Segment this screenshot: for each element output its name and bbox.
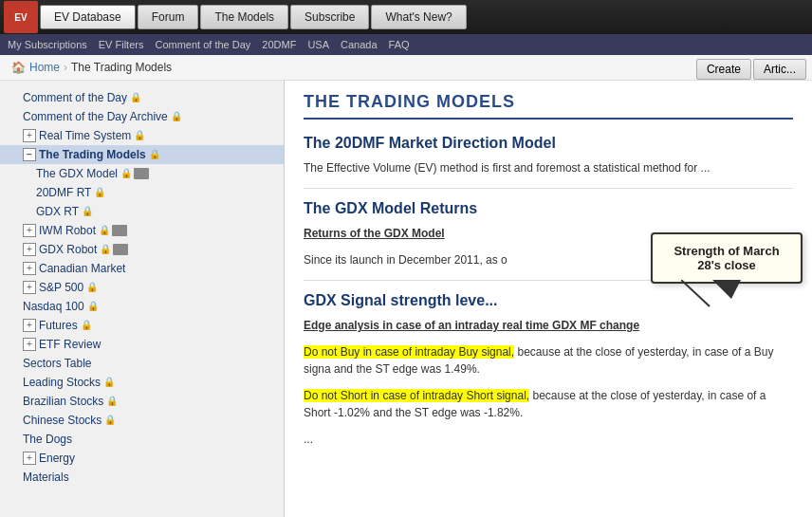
expand-icon[interactable]: + <box>23 129 36 142</box>
lock-icon: 🔒 <box>99 225 110 236</box>
section3-line1: Do not Buy in case of intraday Buy signa… <box>304 343 793 378</box>
expand-icon[interactable]: + <box>23 452 36 465</box>
nav-20dmf[interactable]: 20DMF <box>262 39 296 50</box>
sidebar-item-comment-of-day-archive[interactable]: Comment of the Day Archive 🔒 <box>0 107 284 126</box>
expand-icon[interactable]: + <box>23 319 36 332</box>
nav-canada[interactable]: Canada <box>341 39 378 50</box>
nav-my-subscriptions[interactable]: My Subscriptions <box>8 39 87 50</box>
iwm-icon <box>112 225 127 236</box>
sidebar-label: Futures <box>39 319 78 332</box>
sidebar-label: Materials <box>23 471 69 484</box>
sidebar-item-sp500[interactable]: + S&P 500 🔒 <box>0 278 284 297</box>
expand-icon[interactable]: + <box>23 262 36 275</box>
sidebar-item-chinese-stocks[interactable]: Chinese Stocks 🔒 <box>0 411 284 430</box>
create-button[interactable]: Create <box>696 59 751 80</box>
lock-icon: 🔒 <box>149 149 160 160</box>
breadcrumb: 🏠 Home › The Trading Models Create Artic… <box>0 55 812 81</box>
sidebar-item-canadian-market[interactable]: + Canadian Market <box>0 259 284 278</box>
lock-icon: 🔒 <box>103 377 115 388</box>
sidebar-item-nasdaq100[interactable]: Nasdaq 100 🔒 <box>0 297 284 316</box>
sidebar-label: The GDX Model <box>36 167 118 180</box>
sidebar-item-futures[interactable]: + Futures 🔒 <box>0 316 284 335</box>
breadcrumb-current: The Trading Models <box>71 61 172 74</box>
section3-line2: Do not Short in case of intraday Short s… <box>304 387 793 421</box>
lock-icon: 🔒 <box>130 92 141 103</box>
section3-line2-highlight: Do not Short in case of intraday Short s… <box>304 389 529 402</box>
sidebar-item-energy[interactable]: + Energy <box>0 449 284 468</box>
sidebar: Comment of the Day 🔒 Comment of the Day … <box>0 81 285 517</box>
nav-the-models[interactable]: The Models <box>200 5 288 29</box>
sidebar-label: Energy <box>39 452 75 465</box>
sidebar-label: ETF Review <box>39 338 101 351</box>
page-title: THE TRADING MODELS <box>304 92 793 120</box>
expand-icon[interactable]: + <box>23 281 36 294</box>
sidebar-label: Canadian Market <box>39 262 125 275</box>
expand-icon[interactable]: + <box>23 338 36 351</box>
sidebar-label: Nasdaq 100 <box>23 300 84 313</box>
lock-icon: 🔒 <box>104 415 116 426</box>
section2-title: The GDX Model Returns <box>304 200 793 217</box>
section3-subtitle: Edge analysis in case of an intraday rea… <box>304 317 793 334</box>
main-content: THE TRADING MODELS The 20DMF Market Dire… <box>285 81 812 517</box>
expand-icon[interactable]: + <box>23 243 36 256</box>
sidebar-label: Brazilian Stocks <box>23 395 103 408</box>
callout-text: Strength of March 28's close <box>674 244 779 272</box>
sidebar-label: GDX RT <box>36 205 79 218</box>
collapse-icon[interactable]: − <box>23 148 36 161</box>
breadcrumb-home-link[interactable]: Home <box>29 61 60 74</box>
lock-icon: 🔒 <box>134 130 145 141</box>
section1-title: The 20DMF Market Direction Model <box>304 135 793 152</box>
sidebar-label: Leading Stocks <box>23 376 101 389</box>
top-navigation: EV EV Database Forum The Models Subscrib… <box>0 0 812 34</box>
section1-description: The Effective Volume (EV) method is firs… <box>304 159 793 176</box>
lock-icon: 🔒 <box>94 187 105 198</box>
sidebar-label: 20DMF RT <box>36 186 91 199</box>
sidebar-item-comment-of-day[interactable]: Comment of the Day 🔒 <box>0 88 284 107</box>
sidebar-label: The Dogs <box>23 433 72 446</box>
sidebar-label: S&P 500 <box>39 281 83 294</box>
sidebar-item-sectors-table[interactable]: Sectors Table <box>0 354 284 373</box>
sidebar-item-real-time-system[interactable]: + Real Time System 🔒 <box>0 126 284 145</box>
sidebar-item-gdx-model[interactable]: The GDX Model 🔒 <box>0 164 284 183</box>
sidebar-item-gdx-robot[interactable]: + GDX Robot 🔒 <box>0 240 284 259</box>
callout-arrow <box>681 280 719 308</box>
nav-ev-filters[interactable]: EV Filters <box>99 39 144 50</box>
nav-comment-of-day[interactable]: Comment of the Day <box>155 39 250 50</box>
sidebar-label: Comment of the Day <box>23 91 127 104</box>
expand-icon[interactable]: + <box>23 224 36 237</box>
gdx-robot-icon <box>113 244 128 255</box>
sidebar-item-materials[interactable]: Materials <box>0 468 284 487</box>
sidebar-label: The Trading Models <box>39 148 146 161</box>
svg-line-0 <box>681 280 710 306</box>
second-navigation: My Subscriptions EV Filters Comment of t… <box>0 34 812 55</box>
sidebar-item-the-dogs[interactable]: The Dogs <box>0 430 284 449</box>
nav-faq[interactable]: FAQ <box>389 39 410 50</box>
section3-line1-highlight: Do not Buy in case of intraday Buy signa… <box>304 345 514 359</box>
sidebar-item-etf-review[interactable]: + ETF Review <box>0 335 284 354</box>
sidebar-item-leading-stocks[interactable]: Leading Stocks 🔒 <box>0 373 284 392</box>
gdx-icon <box>134 168 149 179</box>
sidebar-label: GDX Robot <box>39 243 97 256</box>
lock-icon: 🔒 <box>100 244 111 255</box>
section-divider <box>304 188 793 189</box>
nav-subscribe[interactable]: Subscribe <box>290 5 369 29</box>
lock-icon: 🔒 <box>81 320 92 331</box>
nav-whats-new[interactable]: What's New? <box>371 5 466 29</box>
sidebar-item-20dmf-rt[interactable]: 20DMF RT 🔒 <box>0 183 284 202</box>
sidebar-label: Comment of the Day Archive <box>23 110 168 123</box>
sidebar-item-iwm-robot[interactable]: + IWM Robot 🔒 <box>0 221 284 240</box>
nav-ev-database[interactable]: EV Database <box>40 5 136 29</box>
sidebar-item-trading-models[interactable]: − The Trading Models 🔒 <box>0 145 284 164</box>
sidebar-item-gdx-rt[interactable]: GDX RT 🔒 <box>0 202 284 221</box>
section3-ellipsis: ... <box>304 431 793 448</box>
main-layout: Comment of the Day 🔒 Comment of the Day … <box>0 81 812 517</box>
nav-usa[interactable]: USA <box>307 39 329 50</box>
nav-forum[interactable]: Forum <box>138 5 199 29</box>
lock-icon: 🔒 <box>82 206 93 217</box>
sidebar-label: Real Time System <box>39 129 131 142</box>
article-button[interactable]: Artic... <box>753 59 806 80</box>
home-icon: 🏠 <box>11 61 26 74</box>
callout-box: Strength of March 28's close <box>651 232 803 284</box>
sidebar-item-brazilian-stocks[interactable]: Brazilian Stocks 🔒 <box>0 392 284 411</box>
lock-icon: 🔒 <box>86 282 98 293</box>
